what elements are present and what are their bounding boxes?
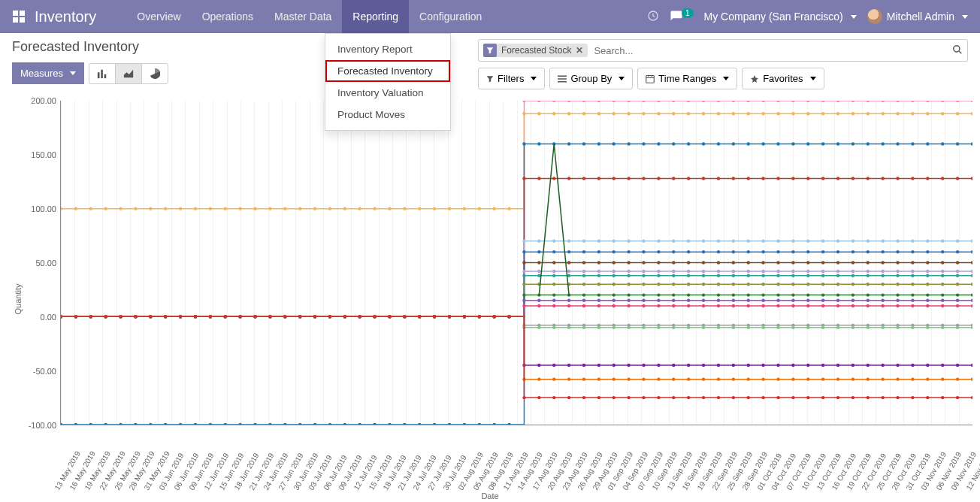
svg-point-1050 — [732, 377, 735, 380]
svg-rect-1 — [20, 11, 25, 16]
x-axis-label: Date — [481, 491, 498, 500]
svg-point-1063 — [926, 377, 929, 380]
svg-point-372 — [791, 250, 794, 253]
svg-point-1121 — [867, 396, 870, 399]
svg-point-1066 — [971, 377, 972, 380]
svg-point-128 — [851, 112, 854, 115]
line-chart-button[interactable] — [115, 63, 142, 84]
dropdown-item-inventory-report[interactable]: Inventory Report — [325, 38, 450, 60]
svg-point-49 — [597, 101, 600, 102]
measures-label: Measures — [20, 68, 63, 79]
svg-point-188 — [821, 142, 824, 145]
svg-point-112 — [612, 112, 616, 115]
svg-point-72 — [941, 101, 944, 102]
svg-point-300 — [642, 240, 645, 243]
svg-point-185 — [776, 142, 779, 145]
svg-point-364 — [672, 250, 675, 253]
nav-item-operations[interactable]: Operations — [192, 0, 264, 33]
dropdown-item-forecasted-inventory[interactable]: Forecasted Inventory — [325, 60, 450, 82]
svg-point-934 — [851, 326, 854, 329]
svg-point-1067 — [61, 315, 62, 318]
chip-remove-icon[interactable]: ✕ — [574, 45, 585, 56]
messages-icon[interactable]: 1 — [670, 10, 694, 23]
svg-point-1081 — [268, 315, 271, 318]
bar-chart-button[interactable] — [89, 63, 116, 84]
nav-item-master-data[interactable]: Master Data — [264, 0, 342, 33]
measures-button[interactable]: Measures — [12, 62, 84, 84]
y-tick: 150.00 — [31, 150, 61, 159]
avatar-icon — [867, 9, 882, 24]
favorites-button[interactable]: Favorites — [742, 68, 824, 89]
svg-point-745 — [806, 299, 809, 302]
svg-point-295 — [567, 240, 570, 243]
svg-point-1075 — [179, 315, 182, 318]
svg-point-154 — [313, 423, 316, 425]
svg-point-63 — [806, 101, 809, 102]
svg-point-997 — [867, 364, 870, 367]
svg-point-740 — [732, 299, 735, 302]
svg-point-811 — [867, 304, 870, 307]
svg-point-1039 — [567, 377, 570, 380]
activity-icon[interactable] — [647, 10, 659, 24]
nav-item-reporting[interactable]: Reporting — [342, 0, 409, 33]
dropdown-item-product-moves[interactable]: Product Moves — [325, 104, 450, 126]
svg-point-252 — [851, 177, 854, 180]
search-input[interactable] — [594, 45, 952, 56]
svg-point-431 — [747, 261, 750, 264]
svg-point-1119 — [836, 396, 839, 399]
svg-point-103 — [478, 207, 481, 210]
svg-point-1101 — [567, 396, 570, 399]
svg-point-379 — [896, 250, 899, 253]
svg-point-1124 — [911, 396, 914, 399]
svg-point-602 — [522, 283, 525, 286]
search-icon[interactable] — [952, 44, 963, 57]
svg-point-1003 — [956, 364, 959, 367]
svg-point-557 — [776, 274, 779, 277]
svg-point-439 — [867, 261, 870, 264]
svg-point-110 — [582, 112, 585, 115]
svg-point-440 — [881, 261, 884, 264]
svg-point-233 — [567, 177, 570, 180]
svg-point-1051 — [747, 377, 750, 380]
svg-point-197 — [956, 142, 959, 145]
svg-point-91 — [298, 207, 301, 210]
svg-point-1068 — [74, 315, 77, 318]
svg-point-62 — [791, 101, 794, 102]
search-bar[interactable]: Forecasted Stock ✕ — [478, 39, 968, 62]
svg-point-680 — [761, 293, 764, 296]
svg-point-130 — [881, 112, 884, 115]
svg-point-815 — [926, 304, 929, 307]
svg-point-1094 — [463, 315, 466, 318]
pie-chart-button[interactable] — [141, 63, 168, 84]
svg-point-94 — [343, 207, 346, 210]
svg-rect-10 — [558, 78, 567, 80]
svg-point-923 — [687, 326, 690, 329]
timeranges-button[interactable]: Time Ranges — [637, 68, 737, 89]
filters-button[interactable]: Filters — [478, 68, 545, 89]
svg-point-1061 — [896, 377, 899, 380]
svg-point-181 — [717, 142, 720, 145]
app-title[interactable]: Inventory — [35, 8, 96, 26]
svg-point-1046 — [672, 377, 675, 380]
svg-point-175 — [627, 142, 630, 145]
svg-point-615 — [717, 283, 720, 286]
groupby-button[interactable]: Group By — [549, 68, 633, 89]
svg-point-552 — [702, 274, 705, 277]
svg-point-301 — [657, 240, 660, 243]
user-menu[interactable]: Mitchell Admin — [867, 9, 968, 24]
svg-point-60 — [761, 101, 764, 102]
apps-icon[interactable] — [12, 10, 26, 23]
svg-point-564 — [881, 274, 884, 277]
svg-point-193 — [896, 142, 899, 145]
svg-point-373 — [806, 250, 809, 253]
svg-point-1044 — [642, 377, 645, 380]
svg-point-743 — [776, 299, 779, 302]
svg-point-437 — [836, 261, 839, 264]
reporting-dropdown: Inventory ReportForecasted InventoryInve… — [325, 33, 451, 131]
svg-point-1099 — [537, 396, 540, 399]
dropdown-item-inventory-valuation[interactable]: Inventory Valuation — [325, 82, 450, 104]
company-switcher[interactable]: My Company (San Francisco) — [704, 11, 857, 23]
nav-item-configuration[interactable]: Configuration — [409, 0, 492, 33]
svg-point-85 — [209, 207, 212, 210]
nav-item-overview[interactable]: Overview — [126, 0, 191, 33]
